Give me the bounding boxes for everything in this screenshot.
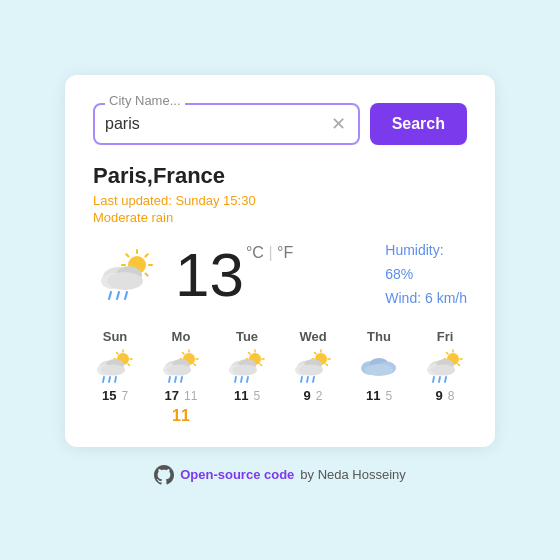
wind-value: Wind: 6 km/h [385,287,467,311]
svg-line-7 [146,254,148,256]
day-label: Tue [236,329,258,344]
svg-line-36 [194,364,196,366]
current-weather-icon [93,245,165,305]
svg-line-35 [183,352,185,354]
svg-point-40 [167,364,191,375]
svg-line-70 [307,377,308,382]
day-label: Mo [172,329,191,344]
github-icon [154,465,174,485]
forecast-weather-icon [93,348,137,384]
svg-line-13 [109,292,111,299]
svg-point-26 [101,364,125,375]
forecast-day: Fri98 [423,329,467,425]
svg-line-64 [326,364,328,366]
svg-line-15 [125,292,127,299]
temp-unit: °C | °F [246,244,293,262]
svg-line-56 [241,377,242,382]
footer: Open-source code by Neda Hosseiny [154,465,406,485]
svg-line-82 [458,364,460,366]
svg-line-63 [315,352,317,354]
temps-row: 92 [304,388,323,403]
svg-line-43 [181,377,182,382]
svg-line-28 [109,377,110,382]
temps-row: 115 [234,388,260,403]
clear-button[interactable]: ✕ [329,113,348,135]
search-button[interactable]: Search [370,103,467,145]
temp-low: 2 [316,389,323,403]
condition-text: Moderate rain [93,210,467,225]
svg-line-29 [115,377,116,382]
forecast-weather-icon [423,348,467,384]
temp-high: 9 [304,388,311,403]
search-label: City Name... [105,93,185,108]
svg-point-54 [233,364,257,375]
search-section: City Name... ✕ Search [93,103,467,145]
temp-low: 5 [253,389,260,403]
forecast-weather-icon [357,348,401,384]
temp-high: 15 [102,388,116,403]
svg-point-12 [107,272,143,290]
svg-line-57 [247,377,248,382]
forecast-day: Wed92 [291,329,335,425]
forecast-day: Mo171111 [159,329,203,425]
temp-highlight: 11 [172,407,190,425]
temps-row: 98 [436,388,455,403]
temp-high: 9 [436,388,443,403]
temperature-value: 13 [175,244,244,306]
forecast-day: Tue115 [225,329,269,425]
humidity-wind: Humidity: 68% Wind: 6 km/h [385,239,467,310]
temp-low: 5 [385,389,392,403]
temp-low: 7 [121,389,128,403]
svg-line-87 [433,377,434,382]
svg-point-75 [365,364,393,376]
svg-line-81 [447,352,449,354]
day-label: Fri [437,329,454,344]
svg-point-68 [299,364,323,375]
svg-point-86 [431,364,455,375]
temp-high: 11 [234,388,248,403]
temperature-display: 13 °C | °F [175,244,293,306]
temp-low: 11 [184,389,197,403]
svg-line-5 [126,254,128,256]
footer-by: by Neda Hosseiny [300,467,406,482]
forecast-weather-icon [159,348,203,384]
forecast-weather-icon [291,348,335,384]
forecast-weather-icon [225,348,269,384]
svg-line-55 [235,377,236,382]
temp-high: 11 [366,388,380,403]
temps-row: 115 [366,388,392,403]
svg-line-69 [301,377,302,382]
forecast-row: Sun157Mo171111Tue115Wed92Thu115Fri98 [93,329,467,425]
weather-card: City Name... ✕ Search Paris,France Last … [65,75,495,446]
svg-line-88 [439,377,440,382]
svg-line-49 [249,352,251,354]
weather-main: 13 °C | °F Humidity: 68% Wind: 6 km/h [93,239,467,310]
forecast-day: Thu115 [357,329,401,425]
day-label: Thu [367,329,391,344]
open-source-link[interactable]: Open-source code [180,467,294,482]
svg-line-22 [128,364,130,366]
svg-line-42 [175,377,176,382]
last-updated: Last updated: Sunday 15:30 [93,193,467,208]
temp-high: 17 [165,388,179,403]
search-input-wrapper: ✕ [93,103,360,145]
svg-line-41 [169,377,170,382]
svg-line-21 [117,352,119,354]
svg-line-50 [260,364,262,366]
humidity-value: 68% [385,263,467,287]
svg-line-89 [445,377,446,382]
day-label: Sun [103,329,128,344]
svg-line-14 [117,292,119,299]
humidity-label: Humidity: [385,239,467,263]
svg-line-6 [146,273,148,275]
city-name: Paris,France [93,163,467,189]
temps-row: 1711 [165,388,198,403]
search-input[interactable] [105,115,329,133]
search-row: ✕ Search [93,103,467,145]
temps-row: 157 [102,388,128,403]
day-label: Wed [299,329,326,344]
temp-low: 8 [448,389,455,403]
svg-line-27 [103,377,104,382]
forecast-day: Sun157 [93,329,137,425]
svg-line-71 [313,377,314,382]
